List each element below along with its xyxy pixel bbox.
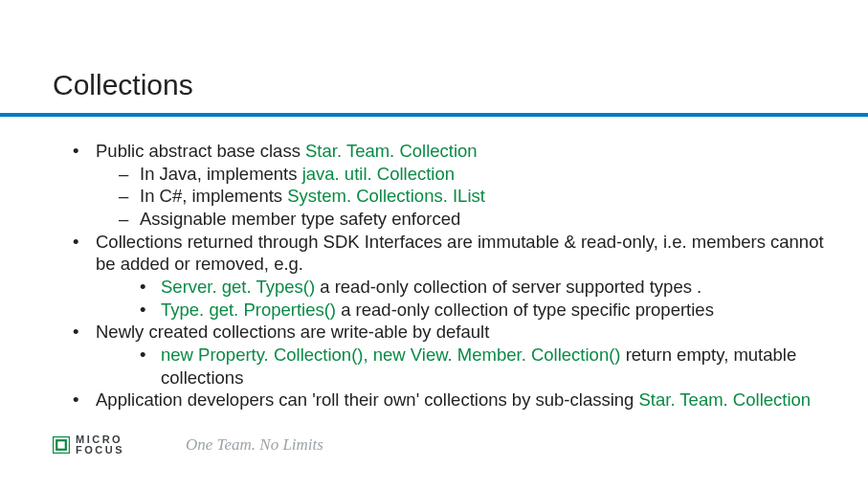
svg-point-71 xyxy=(574,484,579,489)
svg-point-303 xyxy=(639,482,642,485)
svg-point-28 xyxy=(653,432,658,437)
text-run: Server. get. Types() xyxy=(161,277,320,297)
svg-point-180 xyxy=(643,432,650,438)
svg-point-231 xyxy=(634,481,637,485)
svg-point-175 xyxy=(532,422,536,426)
svg-point-46 xyxy=(852,384,856,388)
svg-point-158 xyxy=(528,430,534,435)
svg-point-131 xyxy=(648,467,655,474)
svg-point-324 xyxy=(653,473,658,478)
sub-item: Type. get. Properties() a read-only coll… xyxy=(140,299,825,322)
svg-point-321 xyxy=(777,418,784,425)
svg-point-47 xyxy=(816,483,822,489)
sub-item: In C#, implements System. Collections. I… xyxy=(119,185,825,208)
svg-point-188 xyxy=(641,477,647,482)
svg-point-207 xyxy=(541,416,545,421)
bullet-item: Application developers can 'roll their o… xyxy=(69,389,825,411)
svg-rect-0 xyxy=(53,436,70,454)
text-run: Type. get. Properties() xyxy=(161,300,341,320)
sub-item: Assignable member type safety enforced xyxy=(119,208,825,231)
svg-point-111 xyxy=(630,458,634,463)
svg-point-310 xyxy=(663,467,668,472)
svg-point-168 xyxy=(548,425,552,429)
svg-point-169 xyxy=(535,443,539,447)
svg-point-193 xyxy=(781,464,785,468)
logo-text: MICRO FOCUS xyxy=(76,434,124,456)
svg-point-29 xyxy=(856,315,862,322)
svg-point-226 xyxy=(851,418,857,425)
text-run: In Java, implements xyxy=(140,164,302,184)
svg-point-167 xyxy=(832,292,836,297)
svg-point-194 xyxy=(849,225,853,229)
svg-point-164 xyxy=(539,481,544,486)
svg-point-15 xyxy=(746,468,752,475)
svg-point-282 xyxy=(638,429,642,433)
text-run: a read-only collection of type specific … xyxy=(341,300,714,320)
svg-point-223 xyxy=(634,473,639,478)
svg-point-77 xyxy=(827,292,832,297)
svg-point-116 xyxy=(693,419,696,422)
svg-point-202 xyxy=(786,428,791,433)
svg-point-124 xyxy=(537,479,544,486)
svg-point-222 xyxy=(806,423,811,428)
svg-point-190 xyxy=(843,292,850,299)
footer: MICRO FOCUS One Team. No Limits xyxy=(53,434,323,456)
svg-rect-1 xyxy=(56,441,66,451)
svg-point-264 xyxy=(525,463,531,469)
svg-point-70 xyxy=(536,478,541,482)
text-run: Collections returned through SDK Interfa… xyxy=(96,232,824,275)
svg-point-114 xyxy=(723,414,727,418)
svg-point-208 xyxy=(860,301,863,304)
svg-point-254 xyxy=(788,475,793,480)
svg-point-35 xyxy=(797,473,804,479)
svg-point-270 xyxy=(673,418,679,424)
text-run: System. Collections. IList xyxy=(287,186,485,206)
svg-point-278 xyxy=(572,477,576,480)
svg-point-171 xyxy=(843,297,850,303)
svg-point-117 xyxy=(739,478,745,483)
svg-point-317 xyxy=(805,484,811,489)
svg-point-327 xyxy=(525,441,531,447)
svg-point-328 xyxy=(628,470,634,476)
text-run: Star. Team. Collection xyxy=(639,389,812,410)
bullet-item: Newly created collections are write-able… xyxy=(69,321,825,389)
svg-point-16 xyxy=(560,430,565,434)
bullet-item: Public abstract base class Star. Team. C… xyxy=(69,140,825,231)
text-run: new Property. Collection(), new View. Me… xyxy=(161,345,626,365)
svg-point-95 xyxy=(545,441,550,446)
text-run: a read-only collection of server support… xyxy=(320,277,701,297)
svg-point-49 xyxy=(521,450,527,456)
sub-item: Server. get. Types() a read-only collect… xyxy=(140,276,825,299)
svg-point-185 xyxy=(641,462,644,465)
svg-point-65 xyxy=(659,464,664,469)
svg-point-152 xyxy=(674,479,678,483)
tagline: One Team. No Limits xyxy=(186,435,323,455)
svg-point-197 xyxy=(561,483,565,487)
svg-point-351 xyxy=(779,477,786,483)
microfocus-logo: MICRO FOCUS xyxy=(53,434,124,456)
slide-content: Public abstract base class Star. Team. C… xyxy=(69,140,825,411)
sub-item: In Java, implements java. util. Collecti… xyxy=(119,163,825,186)
svg-point-288 xyxy=(647,480,654,487)
svg-point-102 xyxy=(798,411,801,414)
svg-point-210 xyxy=(847,284,854,291)
svg-point-235 xyxy=(662,429,668,434)
svg-point-292 xyxy=(861,372,864,375)
text-run: Star. Team. Collection xyxy=(305,141,478,161)
svg-point-145 xyxy=(859,296,864,300)
svg-point-331 xyxy=(605,415,610,420)
svg-point-103 xyxy=(570,418,577,425)
text-run: In C#, implements xyxy=(140,186,287,206)
svg-point-255 xyxy=(564,471,568,475)
sub-item: new Property. Collection(), new View. Me… xyxy=(140,344,825,389)
svg-point-300 xyxy=(739,416,745,422)
slide: Collections Public abstract base class S… xyxy=(0,0,868,489)
title-rule xyxy=(0,113,868,117)
svg-point-272 xyxy=(626,476,632,481)
svg-point-247 xyxy=(678,418,681,422)
svg-point-323 xyxy=(740,429,745,433)
svg-point-144 xyxy=(639,413,646,420)
sub-list-dot: new Property. Collection(), new View. Me… xyxy=(96,344,825,389)
svg-point-108 xyxy=(523,459,530,466)
svg-point-72 xyxy=(664,477,671,483)
